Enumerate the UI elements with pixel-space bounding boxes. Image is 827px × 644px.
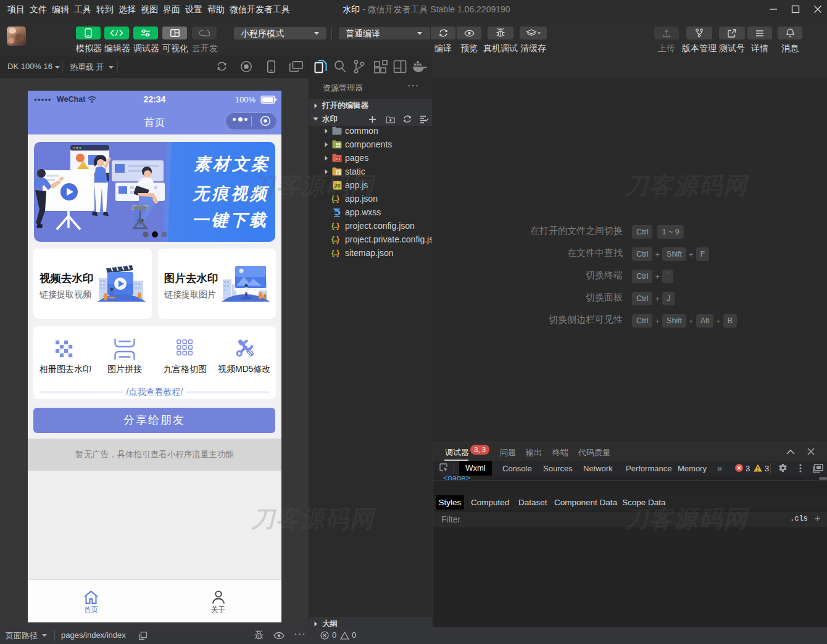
svg-text:无痕视频: 无痕视频 bbox=[192, 184, 270, 203]
svg-text:素材文案: 素材文案 bbox=[194, 155, 270, 173]
svg-text:JS: JS bbox=[334, 183, 341, 189]
svg-text:一键下载: 一键下载 bbox=[192, 211, 268, 229]
